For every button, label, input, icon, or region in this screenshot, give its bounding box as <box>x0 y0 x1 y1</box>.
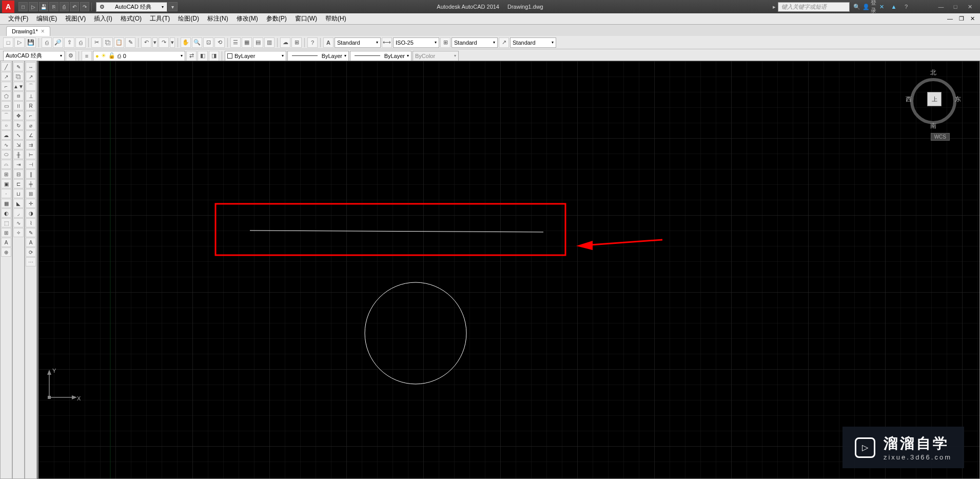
design-center-icon[interactable]: ▦ <box>242 37 252 48</box>
undo-dd-icon[interactable]: ▾ <box>152 37 158 48</box>
redo-icon[interactable]: ↷ <box>80 2 89 11</box>
mtext-tool-icon[interactable]: A <box>1 238 11 247</box>
fillet-tool-icon[interactable]: ◞ <box>13 208 24 218</box>
extend-tool-icon[interactable]: ⇥ <box>13 160 24 169</box>
paste-icon[interactable]: 📋 <box>114 37 124 48</box>
exchange-icon[interactable]: ✕ <box>876 2 887 12</box>
continue-dim-icon[interactable]: ⊣ <box>26 160 36 169</box>
arc-dim-icon[interactable]: ⌒ <box>26 82 36 91</box>
spline-tool-icon[interactable]: ∿ <box>1 140 11 149</box>
preview-icon[interactable]: 🔎 <box>53 37 63 48</box>
menu-draw[interactable]: 绘图(D) <box>174 13 203 24</box>
ellipse-arc-tool-icon[interactable]: ⌓ <box>1 160 11 169</box>
save-icon[interactable]: 💾 <box>39 2 48 11</box>
workspace-settings-icon[interactable]: ⚙ <box>66 51 76 61</box>
open-icon[interactable]: ▷ <box>29 2 38 11</box>
insert-block-tool-icon[interactable]: ⊞ <box>1 169 11 179</box>
maximize-button[interactable]: □ <box>948 2 963 12</box>
doc-restore-button[interactable]: ❐ <box>957 15 966 22</box>
close-button[interactable]: ✕ <box>963 2 977 12</box>
match-props-icon[interactable]: ✎ <box>125 37 135 48</box>
workspace-dropdown[interactable]: ⚙ AutoCAD 经典 <box>96 2 167 12</box>
search-input[interactable]: 键入关键字或短语 <box>778 2 850 12</box>
plotstyle-dropdown[interactable]: ByColor <box>413 51 459 61</box>
polygon-tool-icon[interactable]: ⬠ <box>1 91 11 101</box>
menu-window[interactable]: 窗口(W) <box>291 13 321 24</box>
quick-dim-icon[interactable]: ⇉ <box>26 140 36 149</box>
copy-tool-icon[interactable]: ⿻ <box>13 72 24 81</box>
dim-style-icon[interactable]: ⟷ <box>382 37 392 48</box>
point-tool-icon[interactable]: · <box>1 189 11 198</box>
jog-line-icon[interactable]: ⌇ <box>26 218 36 227</box>
move-tool-icon[interactable]: ✥ <box>13 111 24 120</box>
erase-tool-icon[interactable]: ✎ <box>13 62 24 71</box>
view-cube[interactable]: 北 南 西 东 上 <box>908 66 959 133</box>
menu-view[interactable]: 视图(V) <box>61 13 90 24</box>
inspect-dim-icon[interactable]: ◑ <box>26 208 36 218</box>
radius-dim-icon[interactable]: R <box>26 101 36 110</box>
a360-icon[interactable]: ▲ <box>889 2 899 12</box>
color-dropdown[interactable]: ByLayer <box>225 51 286 61</box>
ucs-icon[interactable]: Y X <box>46 370 77 401</box>
layer-manager-icon[interactable]: ≡ <box>82 51 92 61</box>
angular-dim-icon[interactable]: ∠ <box>26 130 36 140</box>
layer-iso-icon[interactable]: ◧ <box>198 51 208 61</box>
mleader-style-icon[interactable]: ↗ <box>499 37 509 48</box>
polyline-tool-icon[interactable]: ⌐ <box>1 82 11 91</box>
dim-edit-icon[interactable]: ✎ <box>26 228 36 237</box>
dim-space-icon[interactable]: ∥ <box>26 169 36 179</box>
join-tool-icon[interactable]: ⊔ <box>13 189 24 198</box>
copy-icon[interactable]: ⿻ <box>103 37 113 48</box>
viewcube-west[interactable]: 西 <box>906 95 912 104</box>
linetype-dropdown[interactable]: ByLayer <box>287 51 349 61</box>
workspace-dropdown-2[interactable]: AutoCAD 经典 <box>3 51 65 61</box>
wcs-label[interactable]: WCS <box>931 133 950 141</box>
menu-insert[interactable]: 插入(I) <box>90 13 116 24</box>
blend-tool-icon[interactable]: ∿ <box>13 218 24 227</box>
diameter-dim-icon[interactable]: ⌀ <box>26 121 36 130</box>
mirror-tool-icon[interactable]: ▲▼ <box>13 82 24 91</box>
doc-minimize-button[interactable]: — <box>945 15 955 22</box>
viewcube-east[interactable]: 东 <box>955 95 961 104</box>
layer-dropdown[interactable]: ● ☀ 🔓 ⎙ 0 <box>93 51 185 61</box>
zoom-rt-icon[interactable]: 🔍 <box>192 37 202 48</box>
tool-palette-icon[interactable]: ▤ <box>253 37 263 48</box>
addselect-tool-icon[interactable]: ⊕ <box>1 247 11 257</box>
viewcube-north[interactable]: 北 <box>930 68 936 77</box>
viewcube-top-face[interactable]: 上 <box>927 92 942 106</box>
trim-tool-icon[interactable]: ╫ <box>13 150 24 159</box>
offset-tool-icon[interactable]: ⧈ <box>13 91 24 101</box>
region-tool-icon[interactable]: ⬚ <box>1 218 11 227</box>
print-icon[interactable]: ⎙ <box>60 2 69 11</box>
help-icon[interactable]: ? <box>901 2 911 12</box>
explode-tool-icon[interactable]: ✧ <box>13 228 24 237</box>
undo-btn-icon[interactable]: ↶ <box>141 37 151 48</box>
new-doc-icon[interactable]: □ <box>3 37 13 48</box>
open-doc-icon[interactable]: ▷ <box>14 37 25 48</box>
cut-icon[interactable]: ✂ <box>91 37 102 48</box>
pan-icon[interactable]: ✋ <box>181 37 191 48</box>
menu-file[interactable]: 文件(F) <box>4 13 32 24</box>
redo-btn-icon[interactable]: ↷ <box>159 37 169 48</box>
zoom-prev-icon[interactable]: ⟲ <box>214 37 225 48</box>
tolerance-icon[interactable]: ⊞ <box>26 189 36 198</box>
aligned-dim-icon[interactable]: ↗ <box>26 72 36 81</box>
text-style-icon[interactable]: A <box>323 37 334 48</box>
markup-icon[interactable]: ☁ <box>280 37 290 48</box>
ellipse-tool-icon[interactable]: ⬭ <box>1 150 11 159</box>
qat-more-icon[interactable]: ▾ <box>168 2 178 11</box>
sheet-set-icon[interactable]: ▥ <box>264 37 275 48</box>
print-doc-icon[interactable]: ⎙ <box>42 37 52 48</box>
document-tab[interactable]: Drawing1* × <box>6 26 50 36</box>
table-style-icon[interactable]: ⊞ <box>440 37 450 48</box>
menu-format[interactable]: 格式(O) <box>116 13 146 24</box>
menu-help[interactable]: 帮助(H) <box>321 13 350 24</box>
publish-icon[interactable]: ⇪ <box>64 37 74 48</box>
dim-style-btn-icon[interactable]: ⋯ <box>26 257 36 266</box>
rectangle-tool-icon[interactable]: ▭ <box>1 101 11 110</box>
jog-dim-icon[interactable]: ⌐ <box>26 111 36 120</box>
layer-uniso-icon[interactable]: ◨ <box>209 51 219 61</box>
redo-dd-icon[interactable]: ▾ <box>170 37 175 48</box>
circle-tool-icon[interactable]: ○ <box>1 121 11 130</box>
dim-text-edit-icon[interactable]: A <box>26 238 36 247</box>
